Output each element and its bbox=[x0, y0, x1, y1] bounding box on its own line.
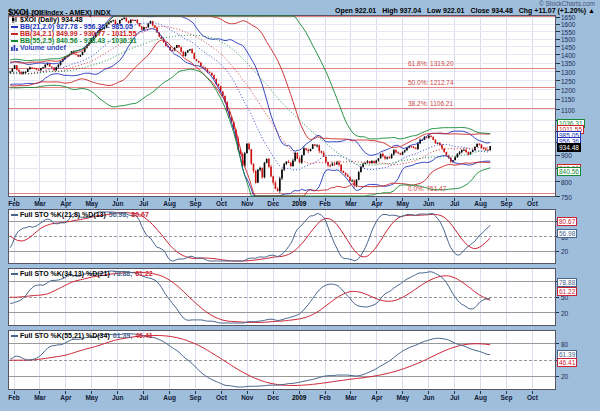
y-axis-label: 1350 bbox=[561, 60, 575, 67]
month-label: Sep bbox=[190, 394, 202, 401]
month-label: Mar bbox=[345, 394, 357, 401]
month-label: Jul bbox=[139, 394, 148, 401]
stochastic-legend-label: Full STO %K(55,21) %D(34) bbox=[20, 332, 110, 339]
y-axis-label: 1200 bbox=[561, 87, 575, 94]
month-label: Mar bbox=[34, 200, 46, 207]
month-label: Jul bbox=[139, 200, 148, 207]
y-axis-label: 900 bbox=[561, 152, 572, 159]
y-axis-label: 800 bbox=[561, 179, 572, 186]
stoch-axis-label: 20 bbox=[561, 310, 568, 317]
volume-bars-icon bbox=[11, 44, 18, 51]
price-legend-label: BB(21,2.0) 927.78 - 956.36 - 985.05 bbox=[20, 23, 133, 30]
y-axis-label: 1600 bbox=[561, 21, 575, 28]
stochastic-k-value: 78.88, bbox=[113, 270, 132, 277]
stoch-value-box: 56.98 bbox=[557, 229, 577, 238]
month-label: Aug bbox=[163, 394, 176, 401]
stochastic-legend: Full STO %K(34,13) %D(21)78.88,61.22 bbox=[11, 270, 153, 277]
stockcharts-multi-panel-chart: $XOI(Oil Index - AMEX) INDX © StockChart… bbox=[0, 0, 600, 411]
price-value-box: 840.56 bbox=[557, 167, 581, 176]
month-label: Oct bbox=[527, 394, 538, 401]
line-swatch-icon bbox=[11, 273, 18, 275]
month-label: Apr bbox=[60, 394, 71, 401]
price-legend-label: BB(34,2.1) 849.99 - 930.77 - 1011.55 bbox=[20, 30, 136, 37]
close-label: Close bbox=[470, 7, 489, 14]
y-axis-label: 1450 bbox=[561, 44, 575, 51]
month-label: May bbox=[85, 394, 98, 401]
chart-date: 10-Aug-2009 bbox=[8, 9, 46, 16]
price-legend-row: Volume undef bbox=[11, 44, 66, 51]
y-axis-label: 1300 bbox=[561, 69, 575, 76]
line-swatch-icon bbox=[11, 214, 18, 216]
month-label: Feb bbox=[319, 200, 331, 207]
month-label: Dec bbox=[267, 394, 279, 401]
stoch-axis-label: 20 bbox=[561, 373, 568, 380]
price-legend-row: BB(21,2.0) 927.78 - 956.36 - 985.05 bbox=[11, 23, 133, 30]
stochastic-d-value: 80.67 bbox=[131, 211, 149, 218]
price-legend-label: BB(55,2.5) 840.56 - 938.43 - 1036.31 bbox=[20, 37, 137, 44]
month-label: Jun bbox=[423, 394, 435, 401]
chg-value: +11.07 (+1.20%) bbox=[534, 7, 586, 14]
fib-retracement-label: 0.0%: 761.47 bbox=[408, 185, 446, 192]
high-label: High bbox=[382, 7, 398, 14]
stochastic-legend-label: Full STO %K(34,13) %D(21) bbox=[20, 270, 110, 277]
up-arrow-icon: ▲ bbox=[588, 7, 595, 14]
y-axis-label: 1400 bbox=[561, 52, 575, 59]
stoch-axis-label: 20 bbox=[561, 248, 568, 255]
month-label: May bbox=[85, 200, 98, 207]
month-label: Mar bbox=[34, 394, 46, 401]
month-label: Sep bbox=[190, 200, 202, 207]
month-label: Nov bbox=[241, 200, 253, 207]
line-swatch-icon bbox=[11, 40, 18, 42]
stochastic-panel-55 bbox=[8, 330, 556, 390]
month-label: Feb bbox=[319, 394, 331, 401]
month-label: 2009 bbox=[292, 394, 306, 401]
month-label: Jul bbox=[450, 200, 459, 207]
stochastic-legend-label: Full STO %K(21,8) %D(13) bbox=[20, 211, 106, 218]
month-label: Feb bbox=[8, 394, 20, 401]
stoch-value-box: 78.88 bbox=[557, 278, 577, 287]
high-value: 937.04 bbox=[400, 7, 421, 14]
month-label: Aug bbox=[163, 200, 176, 207]
close-value: 934.48 bbox=[491, 7, 512, 14]
y-axis-label: 1150 bbox=[561, 96, 575, 103]
y-axis-label: 750 bbox=[561, 194, 572, 201]
month-label: Jul bbox=[450, 394, 459, 401]
stochastic-k-value: 61.39, bbox=[113, 332, 132, 339]
y-axis-label: 1500 bbox=[561, 36, 575, 43]
month-label: May bbox=[397, 394, 410, 401]
month-label: Mar bbox=[345, 200, 357, 207]
stockcharts-credit: © StockCharts.com bbox=[539, 0, 595, 7]
month-label: Aug bbox=[474, 200, 487, 207]
month-label: Apr bbox=[371, 200, 382, 207]
stoch-value-box: 61.22 bbox=[557, 287, 577, 296]
price-legend-row: BB(55,2.5) 840.56 - 938.43 - 1036.31 bbox=[11, 37, 137, 44]
month-label: 2009 bbox=[292, 200, 306, 207]
line-swatch-icon bbox=[11, 335, 18, 337]
stoch-value-box: 80.67 bbox=[557, 217, 577, 226]
stochastic-legend: Full STO %K(21,8) %D(13)56.98,80.67 bbox=[11, 211, 149, 218]
month-label: Apr bbox=[60, 200, 71, 207]
price-legend-label: Volume undef bbox=[20, 44, 66, 51]
y-axis-label: 1650 bbox=[561, 14, 575, 21]
month-label: Sep bbox=[501, 394, 513, 401]
stochastic-d-value: 61.22 bbox=[135, 270, 153, 277]
stoch-axis-label: 80 bbox=[561, 341, 568, 348]
stochastic-legend: Full STO %K(55,21) %D(34)61.39,46.41 bbox=[11, 332, 153, 339]
low-label: Low bbox=[427, 7, 441, 14]
quote-summary: Open 922.01 High 937.04 Low 922.01 Close… bbox=[331, 7, 595, 14]
month-label: Oct bbox=[527, 200, 538, 207]
month-label: Jun bbox=[112, 394, 124, 401]
fib-retracement-label: 38.2%: 1106.21 bbox=[408, 100, 453, 107]
month-label: Jun bbox=[112, 200, 124, 207]
stochastic-d-value: 46.41 bbox=[135, 332, 153, 339]
month-label: Apr bbox=[371, 394, 382, 401]
month-label: Jun bbox=[423, 200, 435, 207]
month-label: Oct bbox=[216, 200, 227, 207]
stoch-value-box: 46.41 bbox=[557, 358, 577, 367]
line-swatch-icon bbox=[11, 26, 18, 28]
price-legend-row: BB(34,2.1) 849.99 - 930.77 - 1011.55 bbox=[11, 30, 136, 37]
y-axis-label: 1250 bbox=[561, 78, 575, 85]
y-axis-label: 1100 bbox=[561, 107, 575, 114]
month-label: Oct bbox=[216, 394, 227, 401]
chg-label: Chg bbox=[519, 7, 533, 14]
